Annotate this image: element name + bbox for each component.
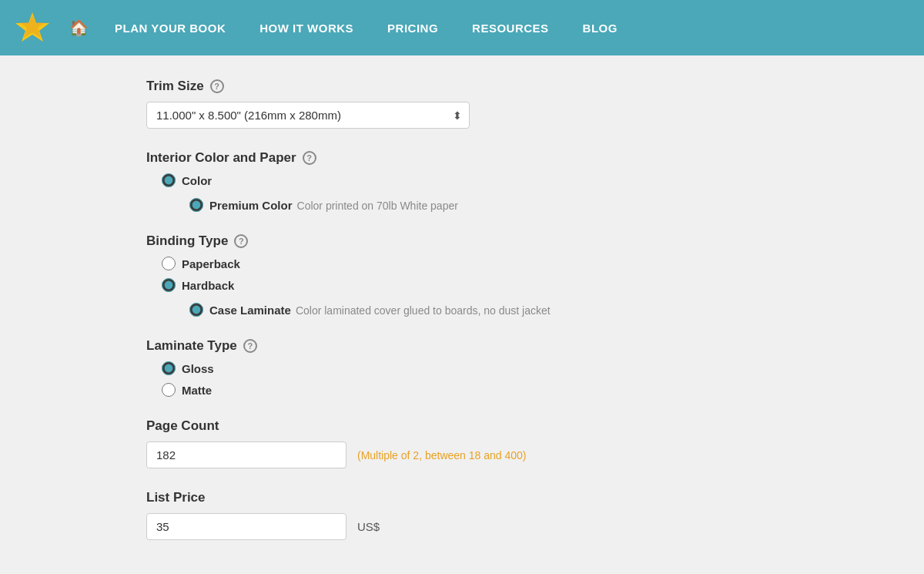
laminate-type-options: Gloss Matte — [146, 361, 778, 397]
nav-plan-your-book[interactable]: PLAN YOUR BOOK — [98, 0, 243, 55]
home-icon[interactable]: 🏠 — [69, 18, 89, 37]
color-radio-label[interactable]: Color — [182, 174, 212, 187]
nav-resources[interactable]: RESOURCES — [455, 0, 566, 55]
trim-size-title: Trim Size — [146, 79, 204, 94]
interior-color-title: Interior Color and Paper — [146, 150, 296, 166]
binding-type-label: Binding Type ? — [146, 233, 778, 249]
matte-radio[interactable] — [162, 383, 176, 397]
gloss-label[interactable]: Gloss — [182, 362, 214, 375]
premium-color-radio[interactable] — [189, 198, 203, 212]
page-count-hint: (Multiple of 2, between 18 and 400) — [357, 449, 526, 462]
star-icon — [15, 11, 49, 45]
list-price-section: List Price US$ — [146, 490, 778, 540]
interior-color-section: Interior Color and Paper ? Color Premium… — [146, 150, 778, 212]
trim-size-section: Trim Size ? 11.000" x 8.500" (216mm x 28… — [146, 79, 778, 129]
hardback-sub-options: Case LaminateColor laminated cover glued… — [162, 303, 778, 317]
case-laminate-radio[interactable] — [189, 303, 203, 317]
main-content: Trim Size ? 11.000" x 8.500" (216mm x 28… — [116, 55, 808, 574]
paperback-radio[interactable] — [162, 257, 176, 270]
binding-type-title: Binding Type — [146, 233, 228, 249]
interior-color-options: Color Premium ColorColor printed on 70lb… — [146, 173, 778, 212]
list-price-input[interactable] — [146, 513, 346, 540]
case-laminate-desc: Color laminated cover glued to boards, n… — [296, 304, 551, 317]
nav-blog[interactable]: BLOG — [566, 0, 634, 55]
nav-how-it-works[interactable]: HOW IT WORKS — [243, 0, 370, 55]
page-count-title: Page Count — [146, 418, 219, 434]
binding-type-section: Binding Type ? Paperback Hardback Case L… — [146, 233, 778, 317]
logo[interactable] — [15, 11, 52, 45]
nav-links: PLAN YOUR BOOK HOW IT WORKS PRICING RESO… — [98, 0, 634, 55]
gloss-radio[interactable] — [162, 361, 176, 375]
hardback-radio[interactable] — [162, 278, 176, 292]
binding-type-help-icon[interactable]: ? — [234, 234, 248, 248]
list-price-row: US$ — [146, 513, 778, 540]
premium-color-option: Premium ColorColor printed on 70lb White… — [189, 198, 778, 212]
nav-pricing[interactable]: PRICING — [370, 0, 455, 55]
case-laminate-label[interactable]: Case LaminateColor laminated cover glued… — [209, 304, 551, 317]
interior-color-help-icon[interactable]: ? — [303, 151, 316, 165]
premium-color-desc: Color printed on 70lb White paper — [297, 200, 458, 212]
list-price-label: List Price — [146, 490, 778, 505]
laminate-type-label: Laminate Type ? — [146, 338, 778, 354]
interior-color-label: Interior Color and Paper ? — [146, 150, 778, 166]
hardback-option: Hardback — [162, 278, 778, 292]
page-count-row: (Multiple of 2, between 18 and 400) — [146, 441, 778, 468]
color-sub-options: Premium ColorColor printed on 70lb White… — [162, 198, 778, 212]
paperback-option: Paperback — [162, 257, 778, 270]
case-laminate-option: Case LaminateColor laminated cover glued… — [189, 303, 778, 317]
gloss-option: Gloss — [162, 361, 778, 375]
list-price-title: List Price — [146, 490, 206, 505]
matte-option: Matte — [162, 383, 778, 397]
page-count-label: Page Count — [146, 418, 778, 434]
laminate-type-section: Laminate Type ? Gloss Matte — [146, 338, 778, 397]
hardback-label[interactable]: Hardback — [182, 279, 234, 292]
page-count-input[interactable] — [146, 441, 346, 468]
paperback-label[interactable]: Paperback — [182, 257, 240, 270]
list-price-suffix: US$ — [357, 520, 380, 533]
trim-size-help-icon[interactable]: ? — [210, 79, 224, 93]
trim-size-label: Trim Size ? — [146, 79, 778, 94]
binding-type-options: Paperback Hardback Case LaminateColor la… — [146, 257, 778, 317]
trim-size-select-wrapper: 11.000" x 8.500" (216mm x 280mm) ⬍ — [146, 102, 470, 129]
page-count-section: Page Count (Multiple of 2, between 18 an… — [146, 418, 778, 468]
color-option: Color — [162, 173, 778, 187]
laminate-type-title: Laminate Type — [146, 338, 237, 354]
premium-color-label[interactable]: Premium ColorColor printed on 70lb White… — [209, 199, 458, 212]
laminate-type-help-icon[interactable]: ? — [243, 339, 257, 353]
trim-size-select[interactable]: 11.000" x 8.500" (216mm x 280mm) — [146, 102, 470, 129]
color-radio[interactable] — [162, 173, 176, 187]
navigation: 🏠 PLAN YOUR BOOK HOW IT WORKS PRICING RE… — [0, 0, 924, 55]
matte-label[interactable]: Matte — [182, 384, 212, 397]
